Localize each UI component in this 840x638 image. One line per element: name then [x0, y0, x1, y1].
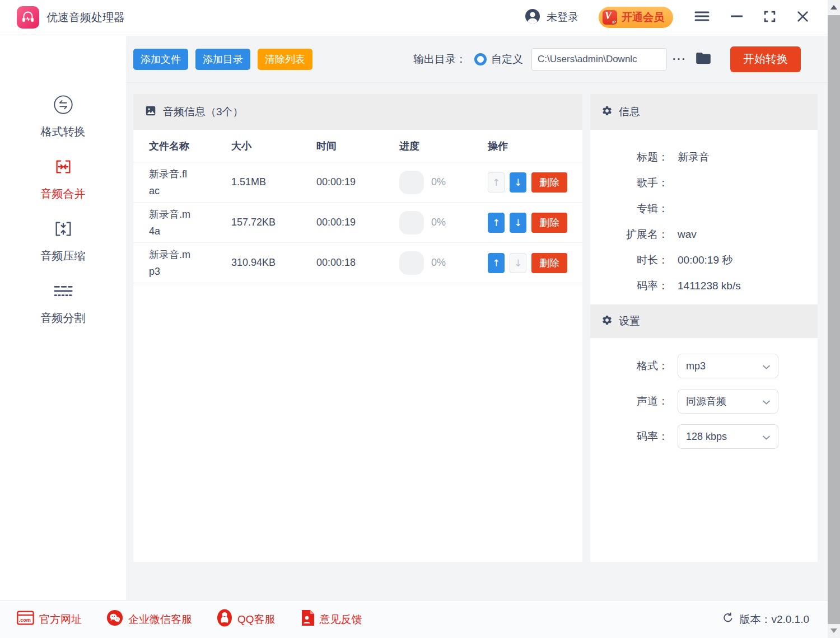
info-label: 时长： [590, 253, 669, 268]
feedback-doc-icon [300, 609, 315, 629]
col-file-name: 文件名称 [149, 139, 231, 153]
dot-com-browser-icon: .com [17, 611, 34, 628]
vip-upgrade-button[interactable]: V IP 开通会员 [599, 7, 673, 28]
file-name: 新录音.mp3 [149, 246, 192, 280]
delete-button[interactable]: 删除 [531, 172, 567, 193]
vip-badge-icon: V IP [603, 10, 617, 25]
move-down-button[interactable]: ↓ [510, 253, 526, 273]
main-area: 添加文件 添加目录 清除列表 输出目录： 自定义 ··· 开始转换 [127, 36, 828, 600]
wechat-bubble-icon [106, 609, 123, 629]
clear-list-button[interactable]: 清除列表 [258, 49, 312, 70]
file-duration: 00:00:19 [316, 217, 399, 228]
file-name: 新录音.m4a [149, 206, 192, 240]
move-up-button[interactable]: ↑ [488, 172, 505, 193]
browse-more-button[interactable]: ··· [673, 53, 687, 65]
info-label: 标题： [590, 150, 669, 165]
arrow-down-icon: ↓ [514, 177, 522, 188]
toolbar: 添加文件 添加目录 清除列表 输出目录： 自定义 ··· 开始转换 [127, 36, 828, 83]
file-duration: 00:00:18 [316, 257, 399, 269]
format-select[interactable]: mp3 [678, 354, 778, 378]
table-row: 新录音.flac 1.51MB 00:00:19 0% ↑ ↓ 删除 [133, 162, 582, 203]
bitrate-select[interactable]: 128 kbps [678, 424, 778, 449]
wechat-support-link[interactable]: 企业微信客服 [106, 609, 192, 629]
add-file-button[interactable]: 添加文件 [133, 49, 188, 70]
info-settings-panel: 信息 标题：新录音 歌手： 专辑： 扩展名：wav 时长：00:00:19 秒 … [590, 94, 818, 562]
footer-link-label: QQ客服 [237, 612, 276, 627]
custom-radio-selected[interactable] [474, 53, 487, 65]
move-down-button[interactable]: ↓ [510, 213, 526, 233]
swap-arrows-circle-icon [53, 94, 74, 118]
sidebar: 格式转换 音频合并 音频压缩 [0, 36, 127, 600]
vip-button-label: 开通会员 [622, 10, 664, 25]
version-label: 版本：v2.0.1.0 [739, 612, 809, 627]
setting-label: 声道： [590, 394, 669, 409]
qq-penguin-icon [217, 609, 232, 630]
output-dir-label: 输出目录： [413, 52, 466, 67]
table-row: 新录音.mp3 310.94KB 00:00:18 0% ↑ ↓ 删除 [133, 243, 582, 283]
compress-brackets-icon [53, 218, 74, 242]
titlebar: 优速音频处理器 未登录 V IP 开通会员 [0, 0, 828, 35]
gear-icon [601, 315, 613, 329]
file-name: 新录音.flac [149, 166, 192, 199]
progress-circle [399, 171, 424, 194]
arrow-up-icon: ↑ [492, 177, 500, 188]
audio-info-panel: 音频信息（3个） 文件名称 大小 时间 进度 操作 新录音.flac 1.51M… [133, 94, 582, 562]
open-folder-button[interactable] [696, 51, 711, 67]
user-avatar-icon[interactable] [525, 8, 540, 26]
qq-support-link[interactable]: QQ客服 [217, 609, 276, 630]
gear-icon [601, 105, 613, 119]
add-directory-button[interactable]: 添加目录 [195, 49, 250, 70]
setting-label: 格式： [590, 359, 669, 373]
arrow-down-icon: ↓ [514, 217, 522, 228]
col-time: 时间 [316, 139, 399, 153]
sidebar-item-audio-merge[interactable]: 音频合并 [41, 156, 86, 201]
table-header: 文件名称 大小 时间 进度 操作 [133, 130, 582, 162]
output-path-input[interactable] [531, 48, 667, 71]
close-button[interactable] [797, 11, 809, 25]
sidebar-item-format-convert[interactable]: 格式转换 [41, 94, 86, 139]
progress-circle [399, 211, 424, 234]
delete-button[interactable]: 删除 [531, 253, 567, 273]
footer-link-label: 意见反馈 [320, 612, 362, 627]
maximize-icon [764, 11, 776, 25]
login-area[interactable]: 未登录 [525, 8, 578, 26]
sidebar-item-audio-split[interactable]: 音频分割 [41, 280, 86, 326]
scroll-down-button[interactable] [828, 623, 840, 638]
scrollbar-thumb[interactable] [828, 15, 840, 624]
move-up-button[interactable]: ↑ [488, 213, 505, 233]
audio-info-title: 音频信息（3个） [163, 105, 244, 119]
settings-fields: 格式： mp3 声道： 同源音频 码率： 128 kb [590, 338, 818, 449]
feedback-link[interactable]: 意见反馈 [300, 609, 362, 629]
sidebar-item-audio-compress[interactable]: 音频压缩 [41, 218, 86, 264]
info-value: wav [678, 228, 697, 241]
audio-info-panel-header: 音频信息（3个） [133, 94, 582, 130]
scroll-up-button[interactable] [828, 0, 840, 15]
login-status[interactable]: 未登录 [547, 10, 578, 25]
file-size: 310.94KB [231, 257, 316, 269]
chevron-down-icon [763, 395, 770, 407]
delete-button[interactable]: 删除 [531, 213, 567, 233]
menu-button[interactable] [694, 10, 710, 25]
move-down-button[interactable]: ↓ [510, 172, 526, 193]
version-info: 版本：v2.0.1.0 [722, 612, 809, 627]
channel-select[interactable]: 同源音频 [678, 389, 778, 414]
footer: .com 官方网址 企业微信客服 [0, 600, 828, 638]
split-dashes-icon [53, 280, 74, 304]
maximize-button[interactable] [764, 11, 776, 25]
chevron-down-icon [763, 360, 770, 372]
move-up-button[interactable]: ↑ [488, 253, 505, 273]
footer-link-label: 企业微信客服 [128, 612, 192, 627]
sidebar-item-label: 音频分割 [41, 311, 86, 326]
official-site-link[interactable]: .com 官方网址 [17, 611, 82, 628]
start-convert-button[interactable]: 开始转换 [730, 46, 801, 72]
refresh-icon[interactable] [722, 612, 734, 627]
minimize-button[interactable] [731, 11, 743, 24]
custom-radio-label[interactable]: 自定义 [491, 52, 523, 67]
settings-panel-title: 设置 [619, 314, 640, 329]
triangle-down-icon [830, 628, 837, 633]
col-actions: 操作 [488, 139, 582, 153]
info-value: 1411238 kb/s [678, 280, 741, 292]
col-progress: 进度 [399, 139, 488, 153]
table-row: 新录音.m4a 157.72KB 00:00:19 0% ↑ ↓ 删除 [133, 203, 582, 243]
vertical-scrollbar[interactable] [828, 0, 840, 638]
